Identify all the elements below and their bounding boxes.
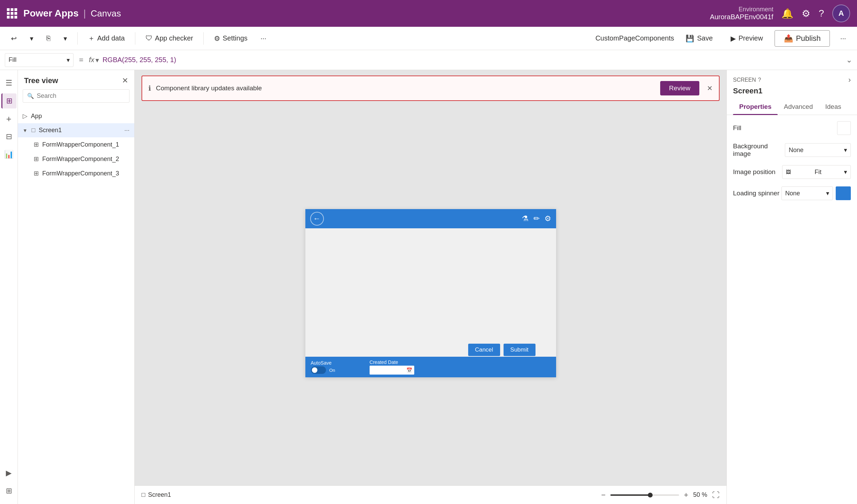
spinner-controls: None ▾ [781,186,851,200]
notification-icon[interactable]: 🔔 [781,8,793,19]
help-circle-icon[interactable]: ? [758,77,761,83]
screen-box-icon: □ [142,491,145,499]
date-input[interactable]: 📅 [370,366,414,375]
sidebar-item-components[interactable]: ▶ [1,466,16,481]
props-expand-icon[interactable]: › [848,76,851,84]
tree-item-form1[interactable]: ⊞ FormWrapperComponent_1 [18,137,134,152]
tab-advanced[interactable]: Advanced [778,99,819,115]
app-checker-button[interactable]: 🛡 App checker [141,32,198,45]
zoom-controls: − + 50 % ⛶ [601,491,720,500]
settings-canvas-icon[interactable]: ⚙ [544,214,551,223]
app-icon: ▷ [23,112,27,120]
spinner-dropdown[interactable]: None ▾ [781,186,833,200]
waffle-icon[interactable] [7,8,17,19]
sidebar-item-screens[interactable]: ⊞ [1,93,16,108]
autosave-toggle[interactable] [311,366,326,374]
sidebar-item-insert[interactable]: + [1,111,16,126]
filter-icon[interactable]: ⚗ [522,214,529,223]
env-label: Environment [710,6,774,13]
zoom-out-button[interactable]: − [601,491,606,500]
screen-name-label: Screen1 [148,491,171,499]
copy-dropdown-button[interactable]: ▾ [59,32,72,45]
spinner-value: None [785,190,800,197]
spinner-chevron-icon: ▾ [826,190,829,197]
props-body: Fill Background image None ▾ Image posit… [727,115,857,504]
zoom-in-button[interactable]: + [684,491,688,500]
tree-item-form3-label: FormWrapperComponent_3 [42,170,119,177]
bg-image-dropdown[interactable]: None ▾ [785,143,851,157]
screen1-more-icon[interactable]: ··· [124,127,129,134]
formula-expand-icon[interactable]: ⌄ [846,56,852,65]
canvas-date-area: Created Date 📅 [370,359,414,375]
sidebar-item-data[interactable]: ⊟ [1,129,16,144]
img-position-dropdown[interactable]: 🖼 Fit ▾ [782,165,851,179]
help-icon[interactable]: ? [819,8,824,19]
tree-item-form3[interactable]: ⊞ FormWrapperComponent_3 [18,166,134,181]
tree-search-input[interactable] [37,92,125,100]
undo-button[interactable]: ↩ [6,32,22,45]
tree-header: Tree view ✕ [18,70,134,89]
toolbar-more-button[interactable]: ··· [835,32,851,45]
review-button[interactable]: Review [660,81,699,95]
notification-close-button[interactable]: ✕ [707,84,713,92]
formula-input[interactable] [102,53,843,67]
property-name: Fill [9,56,16,64]
zoom-slider-thumb [648,493,653,497]
tree-item-app[interactable]: ▷ App [18,109,134,123]
img-position-value: Fit [815,169,822,176]
fullscreen-icon[interactable]: ⛶ [712,491,720,500]
canvas-cancel-button[interactable]: Cancel [468,344,500,356]
formula-bar: Fill ▾ = fx ▾ ⌄ [0,50,857,70]
property-selector[interactable]: Fill ▾ [5,53,74,67]
notification-banner: ℹ Component library updates available Re… [142,76,720,101]
toolbar-separator-2 [135,32,135,45]
canvas-toolbar-icons: ⚗ ✏ ⚙ [522,214,551,223]
undo-dropdown-button[interactable]: ▾ [25,32,38,45]
zoom-slider[interactable] [610,494,679,496]
canvas-back-button[interactable]: ← [310,212,324,226]
form1-icon: ⊞ [34,141,39,148]
canvas-status-bar: □ Screen1 − + 50 % ⛶ [135,485,726,504]
spinner-color-swatch[interactable] [836,186,851,200]
app-logo[interactable]: Power Apps [7,8,79,19]
menu-icon: ☰ [5,79,12,88]
avatar[interactable]: A [832,4,850,22]
add-data-button[interactable]: ＋ Add data [83,31,129,46]
fill-color-swatch[interactable] [837,121,851,135]
toggle-on-label: On [329,368,335,373]
toolbar-separator-1 [77,32,78,45]
canvas-top-bar: ← ⚗ ✏ ⚙ [305,209,556,228]
tab-ideas[interactable]: Ideas [819,99,847,115]
fill-label: Fill [733,124,741,132]
bg-image-chevron-icon: ▾ [844,146,847,154]
sidebar-item-media[interactable]: 📊 [1,147,16,162]
sidebar-item-menu[interactable]: ☰ [1,76,16,91]
more-icon: ··· [261,34,267,42]
canvas-submit-button[interactable]: Submit [504,344,535,356]
settings-button[interactable]: ⚙ Settings [209,32,252,45]
tree-close-button[interactable]: ✕ [122,76,128,85]
more-button[interactable]: ··· [256,32,271,45]
screen-name-indicator: □ Screen1 [142,491,171,499]
tab-properties[interactable]: Properties [733,99,778,115]
fill-row: Fill [733,121,851,135]
properties-panel: SCREEN ? › Screen1 Properties Advanced I… [726,70,857,504]
sidebar-item-settings-left[interactable]: ⊞ [1,483,16,499]
settings-icon[interactable]: ⚙ [802,8,810,19]
tree-item-form2[interactable]: ⊞ FormWrapperComponent_2 [18,152,134,166]
edit-icon[interactable]: ✏ [533,214,540,223]
screen-icon: □ [32,127,35,134]
preview-button[interactable]: ▶ Preview [724,32,769,45]
fx-label: fx [89,56,94,64]
toolbar: ↩ ▾ ⎘ ▾ ＋ Add data 🛡 App checker ⚙ Setti… [0,27,857,50]
copy-button[interactable]: ⎘ [42,32,55,45]
save-button[interactable]: 💾 Save [679,32,719,45]
bg-image-value: None [789,147,803,154]
form3-icon: ⊞ [34,170,39,177]
created-date-label: Created Date [370,359,414,365]
tree-item-form2-label: FormWrapperComponent_2 [42,156,119,163]
publish-button[interactable]: 📤 Publish [775,30,830,47]
tree-search-box[interactable]: 🔍 [23,89,129,103]
tree-item-screen1[interactable]: ▼ □ Screen1 ··· [18,123,134,137]
img-position-label: Image position [733,168,776,176]
